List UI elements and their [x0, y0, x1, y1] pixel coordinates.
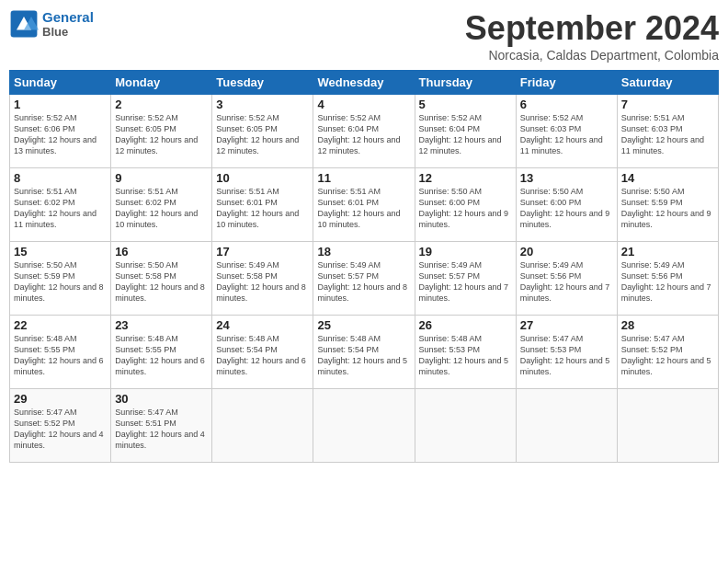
day-info: Sunrise: 5:52 AM Sunset: 6:06 PM Dayligh… — [14, 112, 107, 157]
week-row-3: 15 Sunrise: 5:50 AM Sunset: 5:59 PM Dayl… — [10, 242, 719, 316]
calendar-cell — [313, 389, 415, 463]
calendar-cell — [415, 389, 516, 463]
day-info: Sunrise: 5:49 AM Sunset: 5:58 PM Dayligh… — [216, 259, 309, 304]
day-number: 11 — [317, 171, 410, 185]
calendar-cell: 7 Sunrise: 5:51 AM Sunset: 6:03 PM Dayli… — [617, 95, 718, 168]
calendar-cell: 20 Sunrise: 5:49 AM Sunset: 5:56 PM Dayl… — [516, 242, 617, 316]
day-number: 17 — [216, 245, 309, 259]
day-number: 28 — [621, 318, 714, 332]
calendar-cell: 17 Sunrise: 5:49 AM Sunset: 5:58 PM Dayl… — [212, 242, 313, 316]
day-number: 23 — [115, 318, 208, 332]
day-header-monday: Monday — [111, 71, 212, 95]
day-info: Sunrise: 5:47 AM Sunset: 5:52 PM Dayligh… — [621, 333, 714, 378]
day-number: 4 — [317, 98, 410, 111]
calendar-cell: 30 Sunrise: 5:47 AM Sunset: 5:51 PM Dayl… — [111, 389, 212, 463]
day-info: Sunrise: 5:47 AM Sunset: 5:51 PM Dayligh… — [115, 407, 208, 452]
day-info: Sunrise: 5:51 AM Sunset: 6:01 PM Dayligh… — [216, 186, 309, 231]
day-number: 5 — [419, 98, 512, 111]
calendar-cell: 4 Sunrise: 5:52 AM Sunset: 6:04 PM Dayli… — [313, 95, 415, 168]
calendar-cell: 12 Sunrise: 5:50 AM Sunset: 6:00 PM Dayl… — [415, 168, 516, 242]
calendar-cell: 22 Sunrise: 5:48 AM Sunset: 5:55 PM Dayl… — [10, 316, 111, 389]
calendar-cell: 23 Sunrise: 5:48 AM Sunset: 5:55 PM Dayl… — [111, 316, 212, 389]
day-header-saturday: Saturday — [617, 71, 718, 95]
calendar-cell: 14 Sunrise: 5:50 AM Sunset: 5:59 PM Dayl… — [617, 168, 718, 242]
page-header: General Blue September 2024 Norcasia, Ca… — [9, 9, 719, 63]
calendar-cell — [212, 389, 313, 463]
day-number: 9 — [115, 171, 208, 185]
week-row-1: 1 Sunrise: 5:52 AM Sunset: 6:06 PM Dayli… — [10, 95, 719, 168]
logo: General Blue — [9, 9, 94, 39]
day-number: 22 — [14, 318, 107, 332]
week-row-5: 29 Sunrise: 5:47 AM Sunset: 5:52 PM Dayl… — [10, 389, 719, 463]
day-header-tuesday: Tuesday — [212, 71, 313, 95]
title-block: September 2024 Norcasia, Caldas Departme… — [465, 9, 719, 63]
day-info: Sunrise: 5:48 AM Sunset: 5:55 PM Dayligh… — [14, 333, 107, 378]
day-info: Sunrise: 5:49 AM Sunset: 5:57 PM Dayligh… — [419, 259, 512, 304]
calendar-cell: 15 Sunrise: 5:50 AM Sunset: 5:59 PM Dayl… — [10, 242, 111, 316]
day-info: Sunrise: 5:49 AM Sunset: 5:57 PM Dayligh… — [317, 259, 410, 304]
calendar-cell: 29 Sunrise: 5:47 AM Sunset: 5:52 PM Dayl… — [10, 389, 111, 463]
day-info: Sunrise: 5:48 AM Sunset: 5:53 PM Dayligh… — [419, 333, 512, 378]
day-number: 8 — [14, 171, 107, 185]
day-info: Sunrise: 5:50 AM Sunset: 5:59 PM Dayligh… — [14, 259, 107, 304]
day-info: Sunrise: 5:47 AM Sunset: 5:53 PM Dayligh… — [520, 333, 613, 378]
day-info: Sunrise: 5:50 AM Sunset: 6:00 PM Dayligh… — [419, 186, 512, 231]
day-info: Sunrise: 5:49 AM Sunset: 5:56 PM Dayligh… — [621, 259, 714, 304]
day-number: 20 — [520, 245, 613, 259]
calendar-table: SundayMondayTuesdayWednesdayThursdayFrid… — [9, 70, 719, 463]
day-info: Sunrise: 5:51 AM Sunset: 6:02 PM Dayligh… — [115, 186, 208, 231]
day-header-thursday: Thursday — [415, 71, 516, 95]
day-info: Sunrise: 5:49 AM Sunset: 5:56 PM Dayligh… — [520, 259, 613, 304]
day-number: 14 — [621, 171, 714, 185]
day-info: Sunrise: 5:52 AM Sunset: 6:03 PM Dayligh… — [520, 112, 613, 157]
calendar-cell: 8 Sunrise: 5:51 AM Sunset: 6:02 PM Dayli… — [10, 168, 111, 242]
day-info: Sunrise: 5:51 AM Sunset: 6:02 PM Dayligh… — [14, 186, 107, 231]
day-number: 26 — [419, 318, 512, 332]
day-info: Sunrise: 5:51 AM Sunset: 6:03 PM Dayligh… — [621, 112, 714, 157]
calendar-cell: 13 Sunrise: 5:50 AM Sunset: 6:00 PM Dayl… — [516, 168, 617, 242]
day-number: 10 — [216, 171, 309, 185]
day-number: 29 — [14, 392, 107, 406]
calendar-cell: 19 Sunrise: 5:49 AM Sunset: 5:57 PM Dayl… — [415, 242, 516, 316]
day-info: Sunrise: 5:51 AM Sunset: 6:01 PM Dayligh… — [317, 186, 410, 231]
day-header-sunday: Sunday — [10, 71, 111, 95]
calendar-cell: 16 Sunrise: 5:50 AM Sunset: 5:58 PM Dayl… — [111, 242, 212, 316]
day-number: 18 — [317, 245, 410, 259]
day-number: 16 — [115, 245, 208, 259]
day-info: Sunrise: 5:52 AM Sunset: 6:04 PM Dayligh… — [419, 112, 512, 157]
calendar-cell: 26 Sunrise: 5:48 AM Sunset: 5:53 PM Dayl… — [415, 316, 516, 389]
day-number: 24 — [216, 318, 309, 332]
location: Norcasia, Caldas Department, Colombia — [465, 48, 719, 63]
day-number: 15 — [14, 245, 107, 259]
calendar-cell: 5 Sunrise: 5:52 AM Sunset: 6:04 PM Dayli… — [415, 95, 516, 168]
day-number: 19 — [419, 245, 512, 259]
calendar-cell: 10 Sunrise: 5:51 AM Sunset: 6:01 PM Dayl… — [212, 168, 313, 242]
week-row-4: 22 Sunrise: 5:48 AM Sunset: 5:55 PM Dayl… — [10, 316, 719, 389]
day-number: 7 — [621, 98, 714, 111]
logo-text: General Blue — [42, 9, 94, 39]
logo-icon — [9, 9, 39, 39]
calendar-cell: 25 Sunrise: 5:48 AM Sunset: 5:54 PM Dayl… — [313, 316, 415, 389]
calendar-cell: 6 Sunrise: 5:52 AM Sunset: 6:03 PM Dayli… — [516, 95, 617, 168]
day-number: 2 — [115, 98, 208, 111]
calendar-cell: 18 Sunrise: 5:49 AM Sunset: 5:57 PM Dayl… — [313, 242, 415, 316]
calendar-cell: 21 Sunrise: 5:49 AM Sunset: 5:56 PM Dayl… — [617, 242, 718, 316]
day-number: 21 — [621, 245, 714, 259]
day-info: Sunrise: 5:52 AM Sunset: 6:05 PM Dayligh… — [216, 112, 309, 157]
calendar-cell: 9 Sunrise: 5:51 AM Sunset: 6:02 PM Dayli… — [111, 168, 212, 242]
day-info: Sunrise: 5:48 AM Sunset: 5:54 PM Dayligh… — [216, 333, 309, 378]
day-number: 13 — [520, 171, 613, 185]
day-info: Sunrise: 5:52 AM Sunset: 6:05 PM Dayligh… — [115, 112, 208, 157]
month-title: September 2024 — [465, 9, 719, 48]
day-info: Sunrise: 5:50 AM Sunset: 5:59 PM Dayligh… — [621, 186, 714, 231]
day-info: Sunrise: 5:48 AM Sunset: 5:54 PM Dayligh… — [317, 333, 410, 378]
day-header-wednesday: Wednesday — [313, 71, 415, 95]
week-row-2: 8 Sunrise: 5:51 AM Sunset: 6:02 PM Dayli… — [10, 168, 719, 242]
calendar-cell: 24 Sunrise: 5:48 AM Sunset: 5:54 PM Dayl… — [212, 316, 313, 389]
day-number: 1 — [14, 98, 107, 111]
day-info: Sunrise: 5:52 AM Sunset: 6:04 PM Dayligh… — [317, 112, 410, 157]
day-number: 3 — [216, 98, 309, 111]
calendar-cell: 2 Sunrise: 5:52 AM Sunset: 6:05 PM Dayli… — [111, 95, 212, 168]
day-info: Sunrise: 5:50 AM Sunset: 5:58 PM Dayligh… — [115, 259, 208, 304]
day-number: 30 — [115, 392, 208, 406]
